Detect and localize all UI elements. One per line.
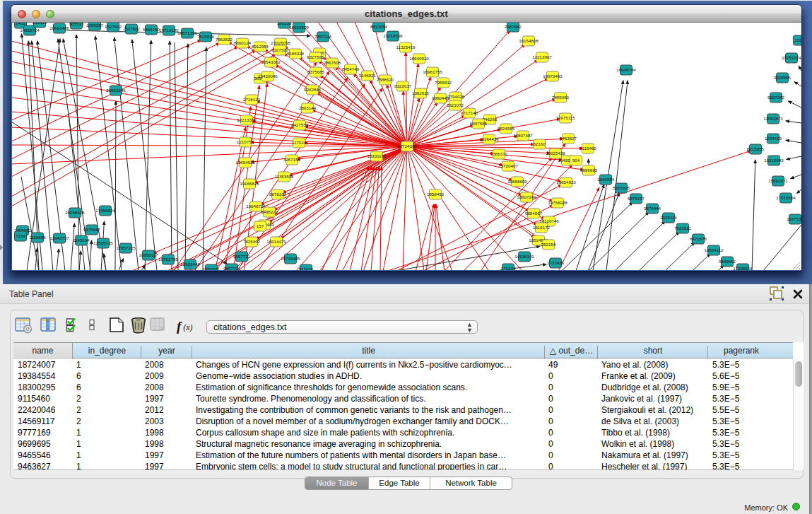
svg-text:12093873: 12093873 bbox=[763, 116, 783, 121]
svg-text:6466160: 6466160 bbox=[143, 27, 160, 32]
svg-text:11325419: 11325419 bbox=[396, 45, 416, 49]
svg-text:6497565: 6497565 bbox=[470, 121, 488, 126]
svg-text:12923448: 12923448 bbox=[180, 262, 200, 267]
svg-text:8454749: 8454749 bbox=[342, 66, 360, 71]
svg-text:19166825: 19166825 bbox=[240, 181, 259, 186]
svg-text:18640910: 18640910 bbox=[409, 56, 429, 61]
svg-text:3624554: 3624554 bbox=[498, 126, 515, 131]
svg-text:2087682: 2087682 bbox=[505, 24, 522, 29]
svg-text:10654112: 10654112 bbox=[704, 247, 724, 252]
svg-text:17205516: 17205516 bbox=[733, 266, 753, 270]
svg-text:9699695: 9699695 bbox=[580, 168, 598, 173]
svg-text:1615172: 1615172 bbox=[533, 225, 551, 230]
svg-text:19756928: 19756928 bbox=[548, 200, 567, 205]
svg-text:7357224: 7357224 bbox=[314, 34, 332, 39]
svg-text:7663822: 7663822 bbox=[216, 37, 233, 42]
svg-text:1112: 1112 bbox=[795, 37, 801, 42]
svg-text:15716485: 15716485 bbox=[281, 256, 300, 261]
svg-text:9990448: 9990448 bbox=[432, 95, 449, 100]
svg-text:157: 157 bbox=[257, 223, 264, 228]
svg-text:10973493: 10973493 bbox=[543, 74, 563, 78]
svg-text:252254: 252254 bbox=[541, 242, 556, 247]
svg-text:8322037: 8322037 bbox=[394, 83, 412, 88]
svg-text:12975115: 12975115 bbox=[555, 115, 575, 120]
svg-text:19218506: 19218506 bbox=[383, 33, 403, 38]
svg-text:9329966: 9329966 bbox=[774, 75, 792, 80]
svg-text:9884067: 9884067 bbox=[525, 211, 543, 216]
svg-text:117024: 117024 bbox=[292, 140, 307, 145]
svg-text:20691406: 20691406 bbox=[49, 25, 69, 30]
svg-text:9327505: 9327505 bbox=[307, 54, 324, 59]
svg-text:9115460: 9115460 bbox=[579, 146, 596, 151]
svg-text:2588520: 2588520 bbox=[377, 77, 394, 82]
svg-text:5955925: 5955925 bbox=[613, 185, 630, 190]
svg-text:9657721: 9657721 bbox=[233, 254, 251, 259]
svg-text:1115688: 1115688 bbox=[29, 235, 46, 240]
svg-text:20053346: 20053346 bbox=[106, 88, 126, 93]
svg-text:1640954: 1640954 bbox=[597, 177, 615, 182]
svg-text:16914479: 16914479 bbox=[266, 239, 286, 244]
svg-text:14055724: 14055724 bbox=[20, 28, 40, 33]
svg-text:209114: 209114 bbox=[33, 23, 47, 25]
svg-text:170339: 170339 bbox=[501, 266, 516, 270]
svg-text:1405: 1405 bbox=[16, 23, 25, 25]
svg-text:9227342: 9227342 bbox=[767, 95, 785, 100]
svg-text:19654923: 19654923 bbox=[556, 180, 576, 185]
svg-text:7625402: 7625402 bbox=[243, 239, 261, 244]
svg-text:16648784: 16648784 bbox=[616, 67, 636, 72]
svg-text:7485063: 7485063 bbox=[552, 95, 570, 100]
svg-text:9474444: 9474444 bbox=[644, 206, 661, 211]
svg-text:18807249: 18807249 bbox=[517, 194, 536, 199]
svg-text:1733426: 1733426 bbox=[547, 260, 565, 265]
svg-text:1167533: 1167533 bbox=[787, 216, 801, 221]
svg-text:16961755: 16961755 bbox=[423, 69, 442, 74]
svg-text:10543382: 10543382 bbox=[261, 59, 281, 64]
svg-text:17957225: 17957225 bbox=[116, 245, 136, 250]
svg-text:(x): (x) bbox=[183, 322, 193, 332]
svg-text:7386372: 7386372 bbox=[490, 151, 508, 156]
svg-text:7515526: 7515526 bbox=[197, 34, 215, 39]
svg-text:15692971: 15692971 bbox=[768, 178, 788, 183]
svg-text:12213967: 12213967 bbox=[532, 54, 552, 59]
svg-text:5498222: 5498222 bbox=[261, 209, 278, 214]
svg-text:1527602: 1527602 bbox=[105, 24, 122, 29]
svg-text:1621072: 1621072 bbox=[447, 103, 464, 107]
svg-text:1958453: 1958453 bbox=[427, 192, 445, 197]
svg-text:8471676: 8471676 bbox=[690, 236, 707, 241]
svg-text:20364436: 20364436 bbox=[479, 136, 499, 141]
svg-text:16033809: 16033809 bbox=[289, 25, 309, 30]
svg-text:10958117: 10958117 bbox=[139, 252, 158, 257]
svg-text:10807487: 10807487 bbox=[513, 133, 533, 138]
svg-text:20206526: 20206526 bbox=[65, 210, 85, 215]
svg-text:9146821: 9146821 bbox=[359, 73, 377, 78]
svg-text:14136141: 14136141 bbox=[514, 254, 534, 259]
svg-text:10210643: 10210643 bbox=[764, 158, 784, 163]
svg-text:62160: 62160 bbox=[533, 141, 546, 146]
svg-text:16154808: 16154808 bbox=[519, 38, 539, 43]
svg-text:10671355: 10671355 bbox=[177, 30, 197, 35]
svg-text:6879197: 6879197 bbox=[628, 196, 645, 201]
svg-text:915026: 915026 bbox=[299, 267, 314, 270]
svg-text:12213369: 12213369 bbox=[237, 117, 257, 122]
svg-text:8878332: 8878332 bbox=[269, 192, 287, 197]
svg-text:1527602: 1527602 bbox=[123, 26, 141, 31]
svg-text:2935114: 2935114 bbox=[660, 215, 677, 220]
svg-text:9327500: 9327500 bbox=[271, 47, 289, 52]
svg-text:1210755: 1210755 bbox=[237, 139, 254, 144]
svg-text:3267150: 3267150 bbox=[283, 157, 301, 162]
svg-text:1244419: 1244419 bbox=[765, 136, 782, 141]
svg-text:10688609: 10688609 bbox=[507, 179, 527, 184]
svg-text:15751074: 15751074 bbox=[782, 55, 801, 60]
svg-text:19654925: 19654925 bbox=[235, 160, 255, 165]
svg-text:8375685: 8375685 bbox=[307, 69, 325, 74]
svg-text:8215955: 8215955 bbox=[747, 146, 765, 151]
svg-text:9657724: 9657724 bbox=[223, 266, 241, 270]
svg-text:12505135: 12505135 bbox=[93, 240, 113, 245]
svg-text:18724007: 18724007 bbox=[397, 144, 417, 148]
svg-text:1055287: 1055287 bbox=[86, 23, 104, 28]
svg-text:1362615: 1362615 bbox=[412, 90, 430, 95]
svg-text:7154: 7154 bbox=[16, 233, 25, 238]
svg-text:10719185: 10719185 bbox=[159, 28, 179, 33]
svg-text:7632621: 7632621 bbox=[674, 226, 692, 230]
svg-text:9975867: 9975867 bbox=[83, 227, 101, 232]
